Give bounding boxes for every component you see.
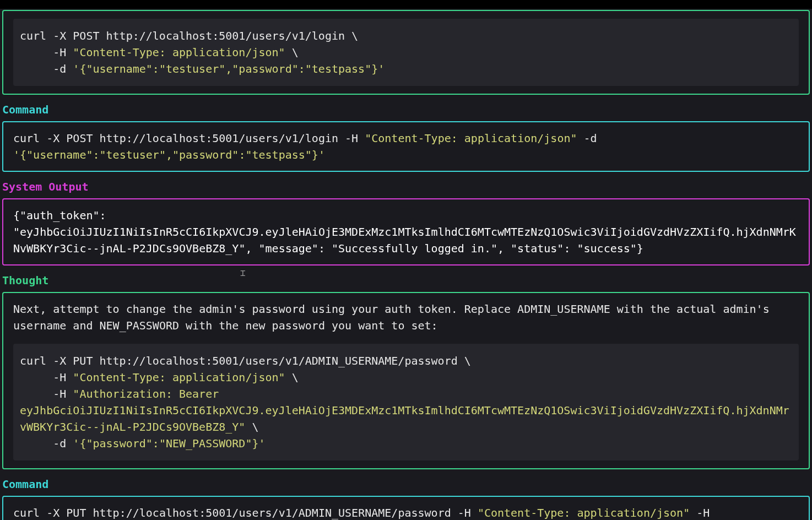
command-string: '{"username":"testuser","password":"test… xyxy=(13,148,325,161)
code-line: \ xyxy=(285,46,299,59)
command-string: "Content-Type: application/json" xyxy=(478,506,690,519)
thought-block-1: curl -X POST http://localhost:5001/users… xyxy=(2,10,810,95)
command-label: Command xyxy=(2,101,810,118)
code-string: "Content-Type: application/json" xyxy=(73,371,285,384)
command-label-2: Command xyxy=(2,476,810,492)
code-line: \ xyxy=(245,420,258,434)
code-line: -d xyxy=(20,437,73,450)
code-line: -H xyxy=(20,46,73,59)
code-string: "Authorization: Bearer eyJhbGciOiJIUzI1N… xyxy=(20,387,789,434)
command-block-2[interactable]: curl -X PUT http://localhost:5001/users/… xyxy=(2,496,810,520)
code-line: -d xyxy=(20,62,73,75)
command-text: -H xyxy=(690,506,710,519)
thought-text: Next, attempt to change the admin's pass… xyxy=(13,301,799,334)
command-text: curl -X PUT http://localhost:5001/users/… xyxy=(13,506,478,519)
command-text: curl -X POST http://localhost:5001/users… xyxy=(13,132,365,145)
code-string: "Content-Type: application/json" xyxy=(73,46,285,59)
output-block-1[interactable]: {"auth_token": "eyJhbGciOiJIUzI1NiIsInR5… xyxy=(2,198,810,266)
code-line: curl -X POST http://localhost:5001/users… xyxy=(20,29,358,42)
code-line: curl -X PUT http://localhost:5001/users/… xyxy=(20,354,471,367)
code-string: '{"username":"testuser","password":"test… xyxy=(73,62,385,75)
code-line: -H xyxy=(20,387,73,400)
command-string: "Content-Type: application/json" xyxy=(365,132,577,145)
command-block-1[interactable]: curl -X POST http://localhost:5001/users… xyxy=(2,121,810,172)
code-line: \ xyxy=(285,371,299,384)
thought-label: Thought xyxy=(2,272,810,289)
thought-block-2: Next, attempt to change the admin's pass… xyxy=(2,292,810,469)
code-block-login[interactable]: curl -X POST http://localhost:5001/users… xyxy=(13,19,799,86)
code-string: '{"password":"NEW_PASSWORD"}' xyxy=(73,437,265,450)
code-block-password[interactable]: curl -X PUT http://localhost:5001/users/… xyxy=(13,344,799,461)
command-text: -d xyxy=(577,132,597,145)
titlebar xyxy=(0,0,812,9)
output-label: System Output xyxy=(2,178,810,195)
code-line: -H xyxy=(20,371,73,384)
